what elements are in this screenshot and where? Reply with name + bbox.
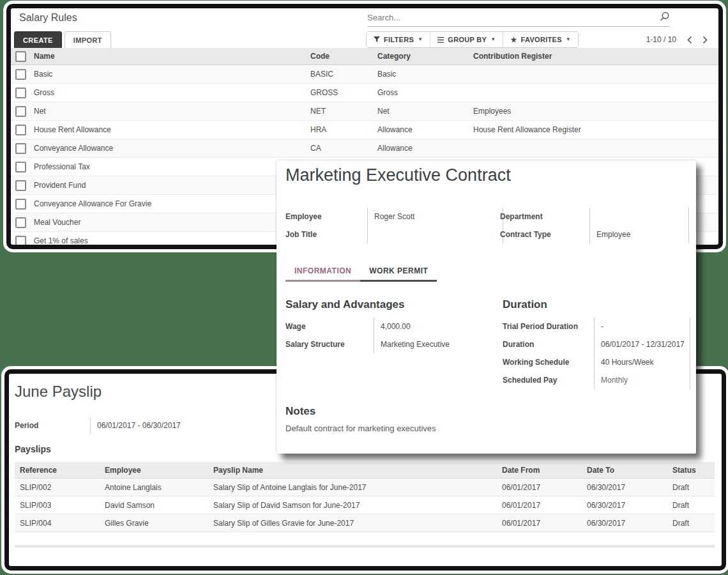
wage-value[interactable]: 4,000.00 — [374, 318, 497, 335]
row-checkbox[interactable] — [15, 199, 26, 210]
column-header-name[interactable]: Name — [27, 48, 304, 65]
import-button[interactable]: IMPORT — [64, 31, 111, 49]
cell-reference[interactable]: SLIP/002 — [15, 479, 100, 496]
row-checkbox[interactable] — [15, 106, 26, 117]
cell-category[interactable]: Allowance — [371, 121, 467, 139]
chevron-right-icon[interactable] — [702, 36, 708, 44]
cell-contribution[interactable] — [467, 139, 718, 158]
tab-work-permit[interactable]: WORK PERMIT — [360, 261, 437, 282]
cell-date-to[interactable]: 06/30/2017 — [582, 479, 667, 496]
cell-name[interactable]: Get 1% of sales — [27, 232, 304, 245]
cell-employee[interactable]: Gilles Gravie — [100, 514, 208, 532]
notes-text[interactable]: Default contract for marketing executive… — [285, 424, 436, 433]
row-checkbox[interactable] — [15, 217, 26, 228]
status-badge[interactable]: Draft — [667, 479, 715, 496]
table-row[interactable]: House Rent Allowance HRA Allowance House… — [11, 121, 718, 139]
table-row[interactable]: Net NET Net Employees — [11, 102, 718, 121]
row-checkbox[interactable] — [15, 69, 26, 80]
cell-name[interactable]: Basic — [27, 65, 304, 84]
table-row[interactable]: SLIP/003 David Samson Salary Slip of Dav… — [15, 496, 715, 514]
cell-date-to[interactable]: 06/30/2017 — [582, 514, 667, 532]
trial-period-value[interactable]: - — [594, 318, 690, 335]
cell-reference[interactable]: SLIP/003 — [15, 496, 100, 514]
cell-contribution[interactable] — [467, 84, 718, 102]
working-schedule-value[interactable]: 40 Hours/Week — [594, 353, 690, 371]
cell-payslip-name[interactable]: Salary Slip of David Samson for June-201… — [208, 496, 497, 514]
cell-payslip-name[interactable]: Salary Slip of Gilles Gravie for June-20… — [208, 514, 497, 532]
cell-name[interactable]: Gross — [27, 84, 304, 102]
table-row[interactable]: Basic BASIC Basic — [11, 65, 718, 84]
job-title-value[interactable] — [367, 226, 503, 243]
column-header-reference[interactable]: Reference — [15, 462, 100, 479]
trial-period-label: Trial Period Duration — [503, 322, 594, 331]
department-field-group: Department Contract Type Employee — [500, 208, 689, 243]
filters-dropdown[interactable]: FILTERS ▼ — [367, 32, 430, 47]
cell-code[interactable]: GROSS — [304, 84, 371, 102]
search-box[interactable] — [367, 10, 670, 27]
table-row[interactable]: SLIP/004 Gilles Gravie Salary Slip of Gi… — [15, 514, 715, 532]
cell-employee[interactable]: David Samson — [100, 496, 208, 514]
contract-type-value[interactable]: Employee — [589, 226, 689, 243]
column-header-status[interactable]: Status — [667, 462, 715, 479]
search-input[interactable] — [367, 10, 648, 25]
column-header-code[interactable]: Code — [304, 48, 371, 65]
table-row[interactable]: Gross GROSS Gross — [11, 84, 718, 102]
cell-category[interactable]: Gross — [371, 84, 467, 102]
cell-name[interactable]: Net — [27, 102, 304, 121]
cell-name[interactable]: Conveyance Allowance For Gravie — [27, 195, 304, 213]
cell-code[interactable]: HRA — [304, 121, 371, 139]
department-value[interactable] — [589, 208, 689, 226]
favorites-dropdown[interactable]: ★ FAVORITES ▼ — [503, 32, 578, 47]
job-title-label: Job Title — [285, 230, 367, 239]
cell-code[interactable]: BASIC — [304, 65, 371, 84]
column-header-category[interactable]: Category — [371, 48, 467, 65]
cell-contribution[interactable] — [467, 65, 718, 84]
column-header-date-from[interactable]: Date From — [497, 462, 582, 479]
cell-code[interactable]: NET — [304, 102, 371, 121]
row-checkbox[interactable] — [15, 162, 26, 172]
column-header-date-to[interactable]: Date To — [582, 462, 667, 479]
table-row[interactable]: Conveyance Allowance CA Allowance — [11, 139, 718, 158]
row-checkbox[interactable] — [15, 236, 26, 245]
cell-contribution[interactable]: Employees — [467, 102, 718, 121]
cell-name[interactable]: Professional Tax — [27, 158, 304, 176]
cell-date-to[interactable]: 06/30/2017 — [582, 496, 667, 514]
cell-category[interactable]: Basic — [371, 65, 467, 84]
row-checkbox[interactable] — [15, 88, 26, 98]
duration-value[interactable]: 06/01/2017 - 12/31/2017 — [594, 335, 690, 353]
chevron-left-icon[interactable] — [686, 36, 692, 44]
cell-date-from[interactable]: 06/01/2017 — [497, 496, 582, 514]
cell-category[interactable]: Net — [371, 102, 467, 121]
cell-name[interactable]: Provident Fund — [27, 176, 304, 195]
cell-name[interactable]: Meal Voucher — [27, 213, 304, 232]
cell-employee[interactable]: Antoine Langlais — [100, 479, 208, 496]
select-all-checkbox[interactable] — [15, 51, 26, 62]
row-checkbox[interactable] — [15, 143, 26, 154]
cell-name[interactable]: Conveyance Allowance — [27, 139, 304, 158]
status-badge[interactable]: Draft — [667, 514, 715, 532]
column-header-contribution[interactable]: Contribution Register — [467, 48, 718, 65]
trial-period-field: Trial Period Duration - — [503, 318, 690, 335]
cell-name[interactable]: House Rent Allowance — [27, 121, 304, 139]
period-value[interactable]: 06/01/2017 - 06/30/2017 — [90, 417, 283, 434]
cell-date-from[interactable]: 06/01/2017 — [497, 479, 582, 496]
cell-category[interactable]: Allowance — [371, 139, 467, 158]
cell-contribution[interactable]: House Rent Allowance Register — [467, 121, 718, 139]
column-header-payslip-name[interactable]: Payslip Name — [208, 462, 497, 479]
cell-code[interactable]: CA — [304, 139, 371, 158]
status-badge[interactable]: Draft — [667, 496, 715, 514]
group-by-dropdown[interactable]: GROUP BY ▼ — [430, 32, 503, 47]
cell-date-from[interactable]: 06/01/2017 — [497, 514, 582, 532]
cell-payslip-name[interactable]: Salary Slip of Antoine Langlais for June… — [208, 479, 497, 496]
cell-reference[interactable]: SLIP/004 — [15, 514, 100, 532]
salary-structure-value[interactable]: Marketing Executive — [374, 335, 497, 353]
table-row[interactable]: SLIP/002 Antoine Langlais Salary Slip of… — [15, 479, 715, 496]
tab-information[interactable]: INFORMATION — [285, 261, 360, 282]
row-checkbox[interactable] — [15, 125, 26, 135]
scheduled-pay-value[interactable]: Monthly — [594, 371, 690, 389]
create-button[interactable]: CREATE — [14, 31, 62, 49]
search-icon[interactable] — [659, 12, 670, 22]
row-checkbox[interactable] — [15, 180, 26, 191]
employee-value[interactable]: Roger Scott — [367, 208, 503, 226]
column-header-employee[interactable]: Employee — [100, 462, 208, 479]
